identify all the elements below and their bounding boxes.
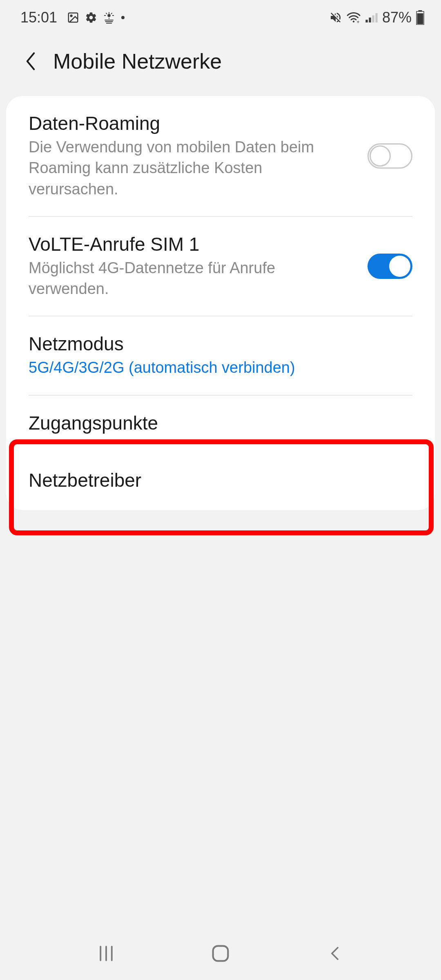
svg-point-3: [121, 16, 125, 19]
setting-subtitle: Möglichst 4G-Datennetze für Anrufe verwe…: [29, 258, 355, 300]
dot-icon: [121, 16, 125, 20]
setting-subtitle: 5G/4G/3G/2G (automatisch verbinden): [29, 357, 412, 378]
svg-rect-7: [372, 15, 374, 22]
mute-icon: [329, 11, 342, 24]
svg-rect-6: [369, 18, 371, 22]
app-bar: Mobile Netzwerke: [0, 33, 441, 96]
toggle-data-roaming[interactable]: [368, 143, 412, 169]
back-button[interactable]: [22, 53, 39, 69]
back-nav-button[interactable]: [323, 941, 347, 966]
setting-volte[interactable]: VoLTE-Anrufe SIM 1 Möglichst 4G-Datennet…: [6, 217, 435, 316]
recents-button[interactable]: [94, 941, 118, 966]
home-button[interactable]: [208, 941, 233, 966]
svg-rect-15: [213, 946, 228, 961]
svg-text:+: +: [356, 19, 359, 24]
setting-title: Netzmodus: [29, 333, 412, 355]
status-right: + 87%: [329, 9, 425, 26]
status-bar: 15:01 + 87%: [0, 0, 441, 33]
battery-percentage: 87%: [382, 9, 412, 26]
setting-title: Netzbetreiber: [29, 469, 412, 491]
image-icon: [67, 11, 79, 24]
svg-rect-11: [417, 13, 423, 24]
svg-rect-5: [365, 20, 368, 22]
settings-list: Daten-Roaming Die Verwendung von mobilen…: [6, 96, 435, 510]
toggle-volte[interactable]: [368, 254, 412, 279]
weather-icon: [103, 11, 115, 24]
setting-subtitle: Die Verwendung von mobilen Daten beim Ro…: [29, 137, 355, 200]
setting-title: Zugangspunkte: [29, 412, 412, 434]
setting-data-roaming[interactable]: Daten-Roaming Die Verwendung von mobilen…: [6, 96, 435, 216]
signal-icon: [365, 12, 378, 23]
setting-network-mode[interactable]: Netzmodus 5G/4G/3G/2G (automatisch verbi…: [6, 316, 435, 394]
setting-access-points[interactable]: Zugangspunkte: [6, 396, 435, 453]
battery-icon: [416, 10, 425, 25]
setting-title: VoLTE-Anrufe SIM 1: [29, 233, 355, 255]
svg-rect-8: [375, 13, 377, 22]
status-left: 15:01: [20, 9, 125, 26]
setting-title: Daten-Roaming: [29, 112, 355, 134]
svg-point-2: [107, 14, 111, 17]
gear-icon: [85, 11, 97, 24]
navigation-bar: [0, 927, 441, 980]
setting-network-operators[interactable]: Netzbetreiber: [6, 453, 435, 510]
svg-point-1: [71, 15, 72, 16]
status-time: 15:01: [20, 9, 57, 26]
page-title: Mobile Netzwerke: [53, 49, 222, 74]
wifi-icon: +: [346, 11, 361, 24]
